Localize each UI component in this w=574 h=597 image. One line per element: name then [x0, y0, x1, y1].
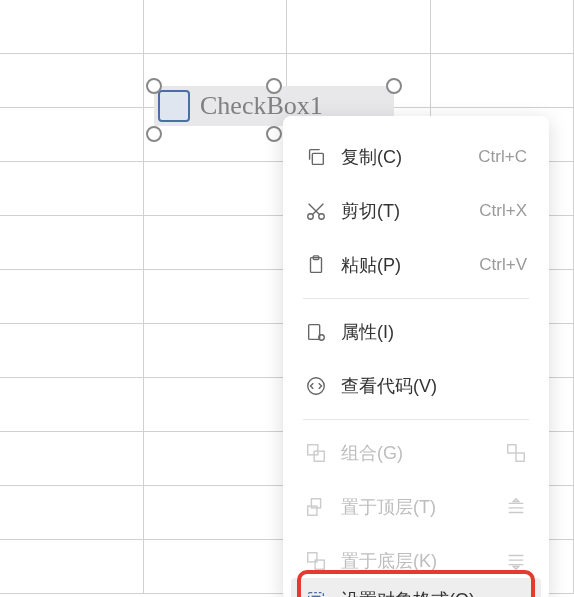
menu-item-group: 组合(G)	[283, 426, 549, 480]
menu-item-copy[interactable]: 复制(C) Ctrl+C	[283, 130, 549, 184]
checkbox-box[interactable]	[158, 90, 190, 122]
send-back-icon	[305, 550, 327, 572]
menu-shortcut: Ctrl+C	[478, 147, 527, 167]
menu-label: 复制(C)	[341, 145, 478, 169]
menu-label: 属性(I)	[341, 320, 527, 344]
svg-rect-10	[508, 445, 516, 453]
menu-item-paste[interactable]: 粘贴(P) Ctrl+V	[283, 238, 549, 292]
resize-handle-bottom-center[interactable]	[266, 126, 282, 142]
menu-item-bring-front: 置于顶层(T)	[283, 480, 549, 534]
menu-label: 设置对象格式(O)	[341, 588, 527, 597]
cut-icon	[305, 200, 327, 222]
format-icon	[305, 589, 327, 597]
svg-rect-0	[312, 153, 323, 164]
menu-item-view-code[interactable]: 查看代码(V)	[283, 359, 549, 413]
menu-separator	[303, 419, 529, 420]
code-icon	[305, 375, 327, 397]
svg-rect-5	[309, 325, 320, 340]
svg-point-2	[319, 214, 325, 220]
menu-label: 查看代码(V)	[341, 374, 527, 398]
svg-rect-9	[314, 451, 324, 461]
resize-handle-top-left[interactable]	[146, 78, 162, 94]
context-menu: 复制(C) Ctrl+C 剪切(T) Ctrl+X 粘贴(P) Ctrl+V 属…	[283, 116, 549, 597]
ungroup-icon	[505, 442, 527, 464]
copy-icon	[305, 146, 327, 168]
menu-separator	[303, 298, 529, 299]
menu-label: 组合(G)	[341, 441, 505, 465]
group-icon	[305, 442, 327, 464]
menu-shortcut: Ctrl+X	[479, 201, 527, 221]
resize-handle-top-right[interactable]	[386, 78, 402, 94]
menu-item-format-object[interactable]: 设置对象格式(O)	[283, 578, 549, 597]
paste-icon	[305, 254, 327, 276]
resize-handle-bottom-left[interactable]	[146, 126, 162, 142]
svg-rect-8	[308, 445, 318, 455]
bring-front-icon	[305, 496, 327, 518]
menu-label: 粘贴(P)	[341, 253, 479, 277]
menu-item-cut[interactable]: 剪切(T) Ctrl+X	[283, 184, 549, 238]
menu-label: 置于顶层(T)	[341, 495, 505, 519]
resize-handle-top-center[interactable]	[266, 78, 282, 94]
layers-down-icon	[505, 550, 527, 572]
layers-up-icon	[505, 496, 527, 518]
properties-icon	[305, 321, 327, 343]
menu-item-properties[interactable]: 属性(I)	[283, 305, 549, 359]
menu-label: 置于底层(K)	[341, 549, 505, 573]
menu-label: 剪切(T)	[341, 199, 479, 223]
svg-point-1	[308, 214, 314, 220]
menu-shortcut: Ctrl+V	[479, 255, 527, 275]
svg-rect-11	[516, 453, 524, 461]
